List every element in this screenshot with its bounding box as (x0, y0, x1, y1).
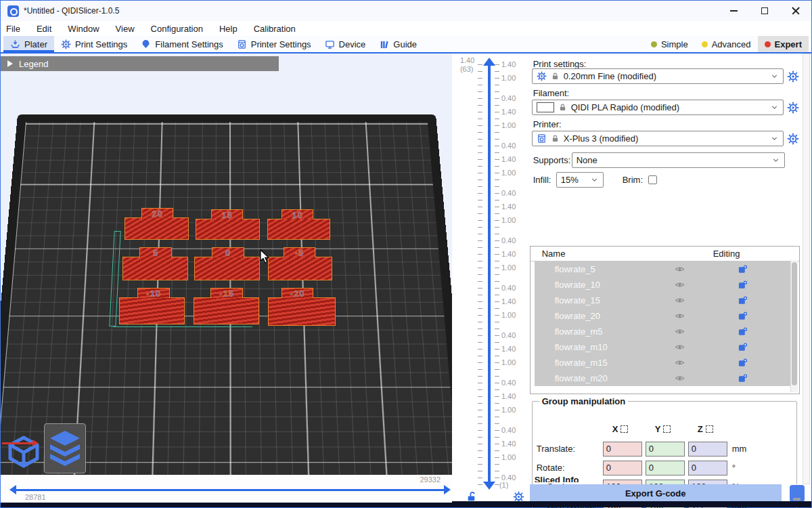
mode-advanced[interactable]: Advanced (695, 36, 758, 52)
layer-slider-track[interactable] (488, 64, 491, 484)
object-settings-icon[interactable] (738, 342, 748, 352)
model-flowrate--5[interactable] (268, 257, 332, 280)
model-flowrate-0[interactable] (194, 257, 260, 280)
object-row-flowrate_15[interactable]: flowrate_15 (535, 293, 797, 308)
menu-calibration[interactable]: Calibration (254, 24, 296, 34)
eye-icon[interactable] (675, 311, 685, 321)
layer-tick (478, 356, 482, 356)
scrollbar-thumb[interactable] (792, 262, 797, 385)
model-label-tab[interactable]: 5 (139, 247, 172, 257)
object-row-flowrate_10[interactable]: flowrate_10 (535, 277, 797, 293)
input-translate-y[interactable]: 0 (646, 442, 685, 457)
tab-device[interactable]: Device (318, 36, 373, 52)
chevron-down-icon (771, 156, 780, 165)
object-settings-icon[interactable] (738, 358, 748, 368)
object-row-flowrate_m5[interactable]: flowrate_m5 (535, 324, 797, 339)
hslider-right-handle[interactable] (444, 485, 451, 494)
model-flowrate--20[interactable] (268, 297, 336, 326)
model-flowrate-5[interactable] (122, 257, 188, 280)
filament-settings-gear-button[interactable] (787, 102, 799, 114)
mode-expert[interactable]: Expert (758, 36, 809, 52)
input-rotate-y[interactable]: 0 (646, 461, 685, 475)
object-settings-icon[interactable] (738, 326, 748, 337)
tab-guide[interactable]: Guide (372, 36, 424, 52)
object-settings-icon[interactable] (738, 264, 748, 274)
model-flowrate-15[interactable] (196, 219, 260, 240)
mode-dot (702, 41, 708, 47)
viewport-3d[interactable]: Legend 20151050-5-10-15-20 (1, 54, 452, 503)
model-label-tab[interactable]: 0 (212, 247, 244, 257)
menu-edit[interactable]: Edit (37, 24, 51, 34)
export-gcode-button[interactable]: Export G-code (530, 484, 782, 503)
print-preset-combo[interactable]: 0.20mm Fine (modified) (532, 68, 784, 84)
model-label-tab[interactable]: 10 (281, 209, 313, 219)
input-translate-z[interactable]: 0 (688, 442, 727, 457)
input-translate-x[interactable]: 0 (603, 442, 642, 457)
model-flowrate--15[interactable] (194, 297, 259, 324)
layer-tick (478, 247, 482, 248)
minimize-button[interactable] (718, 1, 749, 21)
print-settings-gear-button[interactable] (787, 70, 799, 83)
menu-bar: FileEditWindowViewConfigurationHelpCalib… (1, 21, 811, 36)
object-settings-icon[interactable] (738, 373, 748, 383)
input-rotate-z[interactable]: 0 (688, 461, 727, 475)
hslider-track[interactable] (16, 489, 445, 491)
printer-settings-gear-button[interactable] (787, 133, 799, 145)
eye-icon[interactable] (675, 295, 685, 305)
model-label-tab[interactable]: -5 (284, 247, 315, 257)
eye-icon[interactable] (675, 264, 685, 274)
tab-printer-settings[interactable]: Printer Settings (230, 36, 318, 52)
tab-print-settings[interactable]: Print Settings (54, 36, 134, 52)
x-axis-arrow (2, 442, 33, 444)
menu-window[interactable]: Window (68, 24, 99, 34)
menu-file[interactable]: File (6, 24, 20, 34)
eye-icon[interactable] (675, 342, 685, 352)
input-rotate-x[interactable]: 0 (603, 461, 642, 475)
maximize-button[interactable] (749, 1, 780, 21)
object-settings-icon[interactable] (738, 295, 748, 305)
view-preview-button[interactable] (44, 423, 86, 473)
object-settings-icon[interactable] (738, 311, 748, 321)
object-list-scrollbar[interactable] (790, 260, 798, 392)
eye-icon[interactable] (675, 280, 685, 290)
model-label-tab[interactable]: -15 (210, 288, 243, 298)
eye-icon[interactable] (675, 326, 685, 337)
menu-view[interactable]: View (116, 24, 135, 34)
layer-tick (495, 444, 499, 444)
object-row-flowrate_20[interactable]: flowrate_20 (535, 308, 797, 324)
model-flowrate-10[interactable] (267, 219, 330, 240)
filament-preset-combo[interactable]: QIDI PLA Rapido (modified) (532, 100, 784, 115)
object-row-flowrate_m10[interactable]: flowrate_m10 (535, 339, 797, 355)
object-row-flowrate_m15[interactable]: flowrate_m15 (535, 355, 797, 371)
view-3d-editor-button[interactable] (3, 429, 44, 473)
model-label-tab[interactable]: 15 (211, 209, 243, 219)
object-settings-icon[interactable] (738, 280, 748, 290)
printer-preset-combo[interactable]: X-Plus 3 (modified) (532, 131, 784, 146)
close-button[interactable] (780, 1, 811, 21)
layer-tick (495, 125, 499, 126)
model-label-tab[interactable]: -10 (137, 288, 170, 298)
tab-filament-settings[interactable]: Filament Settings (134, 36, 229, 52)
menu-configuration[interactable]: Configuration (151, 24, 203, 34)
layer-tick (478, 254, 482, 255)
model-label-tab[interactable]: -20 (281, 288, 313, 298)
infill-combo[interactable]: 15% (556, 172, 604, 188)
mode-simple[interactable]: Simple (644, 36, 695, 52)
menu-help[interactable]: Help (219, 24, 238, 34)
layer-tick (495, 105, 499, 106)
model-flowrate--10[interactable] (119, 297, 185, 324)
model-label-tab[interactable]: 20 (141, 208, 173, 218)
tab-plater[interactable]: Plater (3, 36, 54, 52)
object-row-flowrate_m20[interactable]: flowrate_m20 (535, 371, 797, 386)
legend-bar[interactable]: Legend (1, 56, 279, 71)
eye-icon[interactable] (675, 358, 685, 368)
eye-icon[interactable] (675, 373, 685, 383)
layer-slider-bottom-handle[interactable] (483, 482, 495, 490)
brim-checkbox[interactable] (648, 175, 657, 184)
layer-tick (495, 478, 499, 478)
export-to-sd-button[interactable] (782, 484, 811, 503)
sidebar-scrollbar[interactable] (803, 54, 810, 484)
supports-combo[interactable]: None (572, 152, 785, 168)
object-row-flowrate_5[interactable]: flowrate_5 (535, 261, 797, 277)
model-flowrate-20[interactable] (125, 217, 189, 240)
